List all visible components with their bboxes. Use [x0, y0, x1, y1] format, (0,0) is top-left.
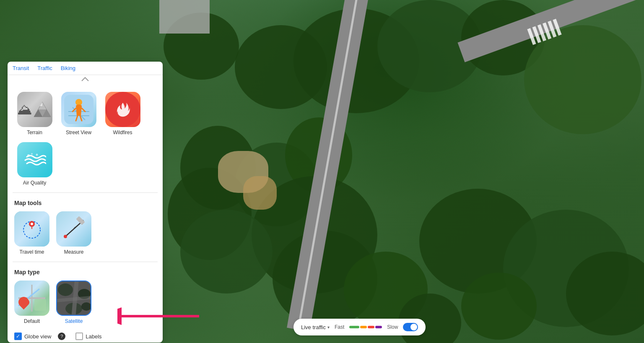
layer-grid: Terrain — [8, 83, 163, 191]
satellite-map-icon-box — [56, 281, 91, 316]
svg-point-35 — [58, 283, 73, 296]
svg-line-21 — [65, 221, 82, 236]
globe-view-checkbox-item[interactable]: ✓ Globe view — [14, 333, 51, 340]
tab-biking[interactable]: Biking — [61, 65, 75, 75]
default-map-icon — [14, 281, 49, 316]
globe-help-icon[interactable]: ? — [58, 333, 65, 340]
big-arrow-annotation — [117, 304, 201, 330]
layer-terrain[interactable]: Terrain — [13, 88, 57, 139]
svg-point-32 — [25, 301, 27, 304]
layer-air-quality[interactable]: Air Quality — [13, 139, 57, 189]
travel-time-icon-box — [14, 211, 49, 247]
live-traffic-label[interactable]: Live traffic ▾ — [301, 324, 330, 330]
terrain-icon-box — [17, 92, 52, 127]
air-quality-icon-box — [17, 142, 52, 177]
labels-checkbox-item[interactable]: Labels — [75, 333, 101, 340]
default-map-label: Default — [24, 318, 40, 324]
globe-view-check: ✓ — [16, 334, 20, 339]
svg-point-14 — [27, 154, 30, 157]
tab-traffic[interactable]: Traffic — [37, 65, 52, 75]
traffic-toggle[interactable] — [403, 323, 418, 331]
globe-view-checkbox[interactable]: ✓ — [14, 333, 22, 340]
measure-icon-visual — [56, 211, 91, 247]
layer-wildfires[interactable]: Wildfires — [101, 88, 145, 139]
traffic-dropdown-icon[interactable]: ▾ — [327, 325, 330, 330]
satellite-map-icon — [57, 281, 91, 315]
globe-view-label: Globe view — [24, 333, 51, 340]
tab-transit[interactable]: Transit — [13, 65, 29, 75]
side-panel: Transit Traffic Biking — [8, 62, 163, 343]
labels-checkbox[interactable] — [75, 333, 83, 340]
map-type-header: Map type — [8, 264, 163, 277]
map-tools-header: Map tools — [8, 195, 163, 208]
tool-measure[interactable]: Measure — [56, 211, 91, 255]
default-map-icon-box — [14, 281, 49, 316]
air-quality-label: Air Quality — [23, 180, 46, 186]
svg-rect-30 — [34, 299, 46, 311]
fast-label: Fast — [335, 324, 344, 330]
traffic-orange — [360, 326, 367, 328]
svg-point-16 — [36, 154, 38, 156]
layers-tab-row: Transit Traffic Biking — [8, 62, 163, 75]
travel-time-icon — [14, 211, 49, 247]
divider-2 — [13, 262, 158, 262]
maptype-default[interactable]: Default — [14, 281, 49, 324]
wildfires-label: Wildfires — [113, 130, 132, 135]
svg-point-38 — [81, 302, 91, 311]
traffic-purple — [375, 326, 382, 328]
bottom-options: ✓ Globe view ? Labels — [8, 329, 163, 343]
terrain-label: Terrain — [27, 130, 42, 135]
svg-point-31 — [23, 299, 29, 306]
traffic-toggle-knob — [410, 324, 417, 330]
scroll-up-indicator — [8, 75, 163, 83]
measure-label: Measure — [64, 249, 84, 255]
traffic-legend-bar: Live traffic ▾ Fast Slow — [293, 319, 426, 335]
labels-label: Labels — [86, 333, 101, 340]
tools-grid: Travel time — [8, 208, 163, 260]
wildfire-flame-circle — [105, 92, 140, 127]
slow-label: Slow — [387, 324, 398, 330]
travel-time-label: Travel time — [20, 249, 44, 255]
traffic-red — [368, 326, 374, 328]
street-view-label: Street View — [66, 130, 91, 135]
panel-expand-arrow[interactable] — [156, 164, 160, 172]
traffic-green — [349, 326, 359, 328]
maptype-satellite[interactable]: Satellite — [56, 281, 91, 324]
tool-travel-time[interactable]: Travel time — [14, 211, 49, 255]
measure-icon-box — [56, 211, 91, 247]
svg-point-22 — [64, 235, 67, 238]
divider-1 — [13, 192, 158, 193]
live-traffic-text: Live traffic — [301, 324, 326, 330]
satellite-map-label: Satellite — [65, 318, 83, 324]
svg-point-19 — [31, 223, 33, 225]
svg-point-15 — [31, 153, 33, 155]
wildfires-icon-box — [105, 92, 140, 127]
traffic-color-bar — [349, 326, 382, 328]
street-view-icon-box — [61, 92, 96, 127]
layer-street-view[interactable]: Street View — [57, 88, 101, 139]
